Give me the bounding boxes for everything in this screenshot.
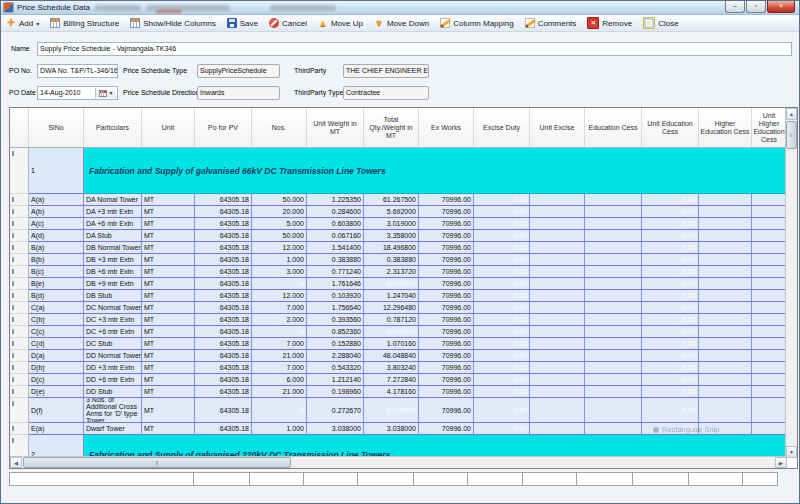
cell-education-cess[interactable] [585, 206, 642, 218]
cell-ex-works[interactable]: 70996.00 [419, 194, 474, 206]
cell-higher-education-cess[interactable] [699, 290, 752, 302]
cell-total-qty[interactable]: 1.247040 [364, 290, 419, 302]
cell-unit[interactable]: MT [142, 218, 195, 230]
cell-particulars[interactable]: DD +6 mtr Extn [84, 374, 142, 386]
cell-unit-higher-education-cess[interactable] [752, 326, 787, 338]
cell-po-for-pv[interactable]: 64305.18 [195, 242, 252, 254]
cell-nos[interactable]: 3.000 [252, 266, 307, 278]
cell-unit-weight[interactable]: 1.225350 [307, 194, 364, 206]
cell-unit-education-cess[interactable]: 0.00 [642, 326, 699, 338]
cell-particulars[interactable]: DB Stub [84, 290, 142, 302]
row-selector[interactable] [10, 435, 29, 458]
cell-unit-education-cess[interactable]: 0.00 [642, 362, 699, 374]
cell-unit-excise[interactable] [530, 242, 585, 254]
cell-total-qty[interactable]: 3.019000 [364, 218, 419, 230]
grid-header-cell-unit-higher-education-cess[interactable]: Unit Higher Education Cess [752, 108, 787, 147]
cell-nos[interactable]: 5.000 [252, 218, 307, 230]
cell-higher-education-cess[interactable] [699, 218, 752, 230]
cell-excise-duty[interactable]: 0.00 [474, 302, 530, 314]
cell-unit-higher-education-cess[interactable] [752, 278, 787, 290]
cell-education-cess[interactable] [585, 218, 642, 230]
cell-ex-works[interactable]: 70996.00 [419, 230, 474, 242]
cell-ex-works[interactable]: 70996.00 [419, 423, 474, 435]
cell-unit-excise[interactable] [530, 206, 585, 218]
cell-higher-education-cess[interactable] [699, 398, 752, 423]
cell-particulars[interactable]: DB +3 mtr Extn [84, 254, 142, 266]
cell-total-qty[interactable]: 61.267500 [364, 194, 419, 206]
cell-sl[interactable]: A(a) [29, 194, 84, 206]
cell-excise-duty[interactable]: 0.00 [474, 386, 530, 398]
cell-po-for-pv[interactable]: 64305.18 [195, 362, 252, 374]
cell-unit-weight[interactable]: 0.383880 [307, 254, 364, 266]
cell-particulars[interactable]: DB +6 mtr Extn [84, 266, 142, 278]
cell-unit-weight[interactable]: 1.756640 [307, 302, 364, 314]
cell-particulars[interactable]: DC +3 mtr Extn [84, 314, 142, 326]
cell-particulars[interactable]: DA +6 mtr Extn [84, 218, 142, 230]
cell-unit-higher-education-cess[interactable] [752, 206, 787, 218]
cell-excise-duty[interactable]: 0.00 [474, 374, 530, 386]
cell-education-cess[interactable] [585, 326, 642, 338]
cell-total-qty[interactable]: 0.000000 [364, 278, 419, 290]
cell-total-qty[interactable]: 0.000000 [364, 398, 419, 423]
cell-particulars[interactable]: DA +3 mtr Extn [84, 206, 142, 218]
cell-unit[interactable]: MT [142, 350, 195, 362]
cell-higher-education-cess[interactable] [699, 266, 752, 278]
cell-unit-education-cess[interactable]: 0.00 [642, 350, 699, 362]
restore-button[interactable]: ▫ [746, 1, 766, 13]
cell-unit-weight[interactable]: 3.038000 [307, 423, 364, 435]
cell-particulars[interactable]: DC Normal Tower [84, 302, 142, 314]
row-selector[interactable] [10, 326, 29, 338]
cell-sl[interactable]: D(e) [29, 386, 84, 398]
cell-unit-education-cess[interactable]: 0.00 [642, 230, 699, 242]
cell-nos[interactable]: 21.000 [252, 386, 307, 398]
cell-nos[interactable]: 1.000 [252, 423, 307, 435]
grid-header-cell-particulars[interactable]: Particulars [84, 108, 142, 147]
cell-unit-weight[interactable]: 1.761646 [307, 278, 364, 290]
cell-po-for-pv[interactable]: 64305.18 [195, 338, 252, 350]
cell-unit[interactable]: MT [142, 326, 195, 338]
cell-unit-education-cess[interactable]: 0.00 [642, 398, 699, 423]
cell-particulars[interactable]: DA Nomal Tower [84, 194, 142, 206]
cell-sl[interactable]: D(b) [29, 362, 84, 374]
cell-total-qty[interactable]: 0.383880 [364, 254, 419, 266]
cell-nos[interactable]: 0 [252, 326, 307, 338]
cell-po-for-pv[interactable]: 64305.18 [195, 218, 252, 230]
cell-ex-works[interactable]: 70996.00 [419, 314, 474, 326]
cell-unit-education-cess[interactable]: 0.00 [642, 374, 699, 386]
grid-header-cell-ex-works[interactable]: Ex Works [419, 108, 474, 147]
cell-ex-works[interactable]: 70996.00 [419, 338, 474, 350]
cell-higher-education-cess[interactable] [699, 362, 752, 374]
cell-nos[interactable]: 7.000 [252, 362, 307, 374]
cell-unit-excise[interactable] [530, 314, 585, 326]
cell-unit-excise[interactable] [530, 254, 585, 266]
name-input[interactable]: Supply Price Schedule - Vajmangala-TK346 [37, 42, 792, 56]
cell-unit-weight[interactable]: 0.067160 [307, 230, 364, 242]
row-selector[interactable] [10, 218, 29, 230]
cell-total-qty[interactable]: 3.803240 [364, 362, 419, 374]
cell-sl[interactable]: D(c) [29, 374, 84, 386]
toolbar-button-move-down[interactable]: Move Down [374, 18, 429, 28]
cell-ex-works[interactable]: 70996.00 [419, 290, 474, 302]
cell-unit-education-cess[interactable]: 0.00 [642, 266, 699, 278]
toolbar-button-move-up[interactable]: Move Up [318, 18, 363, 28]
toolbar-button-comments[interactable]: Comments [525, 18, 577, 28]
cell-education-cess[interactable] [585, 350, 642, 362]
toolbar-button-show-hide-columns[interactable]: Show/Hide Columns [130, 18, 215, 28]
cell-education-cess[interactable] [585, 278, 642, 290]
row-selector[interactable] [10, 266, 29, 278]
cell-ex-works[interactable]: 70996.00 [419, 386, 474, 398]
cell-unit-weight[interactable]: 0.152880 [307, 338, 364, 350]
cell-excise-duty[interactable]: 0.00 [474, 290, 530, 302]
cell-po-for-pv[interactable]: 64305.18 [195, 326, 252, 338]
cell-unit-higher-education-cess[interactable] [752, 386, 787, 398]
cell-higher-education-cess[interactable] [699, 350, 752, 362]
cell-nos[interactable]: 50.000 [252, 230, 307, 242]
grid-header-cell-nos[interactable]: Nos. [252, 108, 307, 147]
cell-unit-excise[interactable] [530, 266, 585, 278]
row-selector[interactable] [10, 290, 29, 302]
toolbar-button-billing-structure[interactable]: Billing Structure [50, 18, 119, 28]
scroll-right-arrow-icon[interactable]: ▶ [775, 457, 787, 468]
cell-po-for-pv[interactable]: 64305.18 [195, 254, 252, 266]
cell-unit[interactable]: MT [142, 398, 195, 423]
cell-po-for-pv[interactable]: 64305.18 [195, 302, 252, 314]
